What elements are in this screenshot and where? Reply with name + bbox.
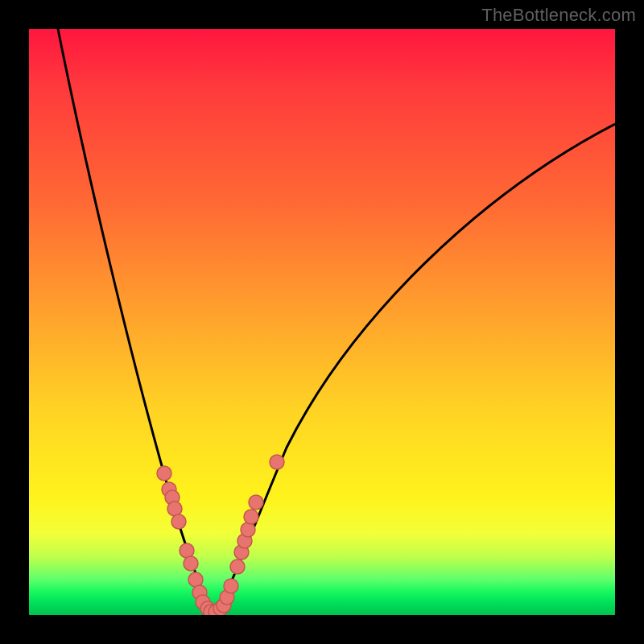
marker-group (157, 455, 284, 615)
marker-dot (171, 514, 186, 529)
plot-area (29, 29, 615, 615)
marker-dot (184, 556, 198, 571)
bottleneck-curve (29, 29, 615, 615)
marker-dot (241, 522, 255, 537)
curve-left-branch (58, 29, 214, 613)
marker-dot (249, 495, 263, 510)
marker-dot (157, 466, 171, 481)
marker-dot (180, 543, 194, 558)
marker-dot (270, 455, 284, 469)
marker-dot (167, 502, 182, 516)
marker-dot (244, 510, 258, 524)
marker-dot (230, 559, 245, 574)
watermark-text: TheBottleneck.com (481, 5, 636, 26)
chart-frame: TheBottleneck.com (0, 0, 644, 644)
curve-right-branch (214, 124, 615, 613)
marker-dot (188, 572, 203, 587)
marker-dot (224, 579, 238, 593)
